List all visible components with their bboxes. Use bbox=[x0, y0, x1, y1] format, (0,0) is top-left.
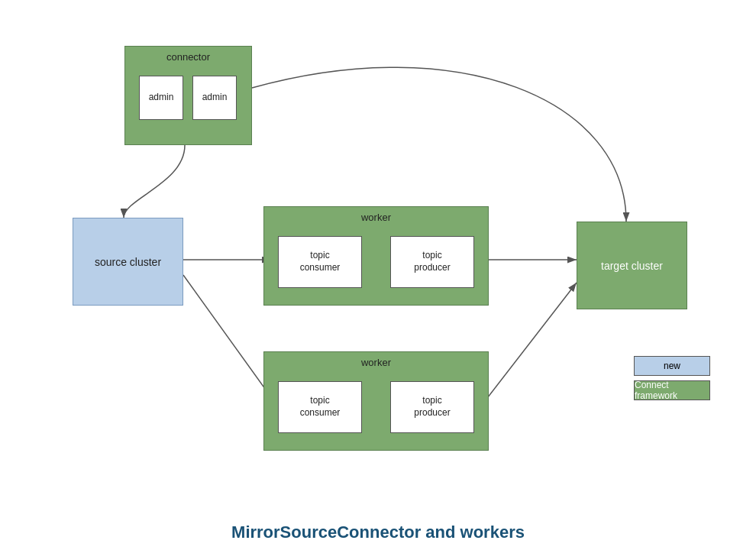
connector-label: connector bbox=[125, 51, 251, 63]
worker2-producer-box: topicproducer bbox=[390, 381, 474, 433]
worker1-consumer-label: topicconsumer bbox=[300, 250, 341, 273]
worker2-box: worker topicconsumer topicproducer bbox=[263, 351, 489, 451]
worker2-label: worker bbox=[264, 357, 488, 368]
svg-line-6 bbox=[485, 283, 577, 401]
worker1-label: worker bbox=[264, 212, 488, 223]
svg-line-2 bbox=[183, 275, 271, 397]
admin-box-1: admin bbox=[139, 76, 183, 120]
worker2-producer-label: topicproducer bbox=[414, 395, 450, 419]
worker2-consumer-box: topicconsumer bbox=[278, 381, 362, 433]
admin-box-2: admin bbox=[192, 76, 237, 120]
worker1-producer-box: topicproducer bbox=[390, 236, 474, 288]
title-area: MirrorSourceConnector and workers bbox=[0, 522, 756, 542]
legend: new Connect framework bbox=[634, 356, 710, 405]
worker1-producer-label: topicproducer bbox=[414, 250, 450, 273]
source-cluster-label: source cluster bbox=[95, 256, 161, 268]
worker1-consumer-box: topicconsumer bbox=[278, 236, 362, 288]
source-cluster-box: source cluster bbox=[73, 218, 183, 306]
legend-framework-box: Connect framework bbox=[634, 380, 710, 400]
connector-box: connector admin admin bbox=[124, 46, 252, 145]
legend-new-box: new bbox=[634, 356, 710, 376]
page-title: MirrorSourceConnector and workers bbox=[231, 522, 525, 542]
target-cluster-box: target cluster bbox=[577, 222, 687, 309]
target-cluster-label: target cluster bbox=[601, 260, 663, 272]
worker1-box: worker topicconsumer topicproducer bbox=[263, 206, 489, 306]
legend-new: new bbox=[634, 356, 710, 376]
legend-framework: Connect framework bbox=[634, 380, 710, 400]
worker2-consumer-label: topicconsumer bbox=[300, 395, 341, 419]
